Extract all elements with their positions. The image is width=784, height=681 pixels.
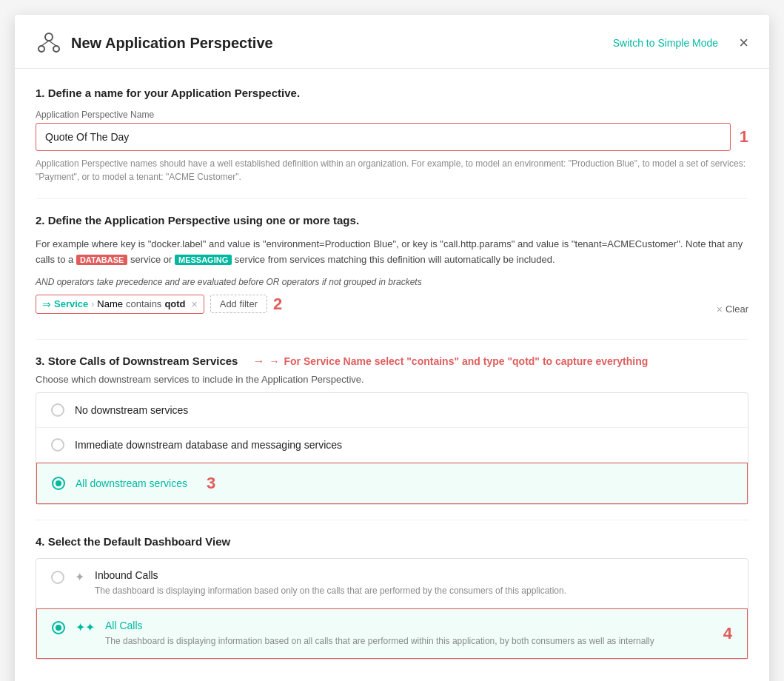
- filter-service-tag: Service: [54, 298, 88, 309]
- clear-button[interactable]: Clear: [726, 303, 748, 315]
- section-1: 1. Define a name for your Application Pe…: [36, 87, 748, 184]
- annotation-badge-2: 2: [273, 295, 282, 314]
- operator-hint: AND operators take precedence and are ev…: [36, 277, 748, 287]
- radio-inbound-calls-circle: [51, 571, 64, 584]
- radio-all-downstream-label: All downstream services: [76, 477, 187, 489]
- radio-all-downstream-circle: [52, 477, 65, 490]
- inbound-calls-content: Inbound Calls The dashboard is displayin…: [95, 569, 566, 597]
- section-2: 2. Define the Application Perspective us…: [36, 214, 748, 324]
- radio-immediate-downstream-circle: [51, 438, 64, 452]
- dashboard-options-box: ✦ Inbound Calls The dashboard is display…: [36, 558, 748, 660]
- clear-x-icon: ×: [717, 303, 723, 315]
- svg-point-1: [38, 46, 44, 52]
- annotation-badge-4: 4: [723, 624, 732, 643]
- section-2-description: For example where key is "docker.label" …: [36, 237, 748, 268]
- section-3-annotation-text: For Service Name select "contains" and t…: [284, 355, 648, 367]
- section-3-title: 3. Store Calls of Downstream Services: [36, 355, 238, 367]
- new-application-perspective-modal: New Application Perspective Switch to Si…: [15, 15, 769, 681]
- section-3: 3. Store Calls of Downstream Services → …: [36, 355, 748, 505]
- all-calls-title: All Calls: [105, 620, 704, 631]
- section-4-title: 4. Select the Default Dashboard View: [36, 535, 748, 548]
- radio-no-downstream[interactable]: No downstream services: [36, 393, 748, 428]
- svg-point-2: [53, 46, 59, 52]
- app-perspective-name-input[interactable]: [36, 123, 731, 151]
- close-button[interactable]: ×: [739, 35, 748, 51]
- section-3-description: Choose which downstream services to incl…: [36, 374, 748, 385]
- radio-inbound-calls[interactable]: ✦ Inbound Calls The dashboard is display…: [36, 559, 748, 608]
- filter-name-label: Name: [97, 298, 123, 309]
- filter-sep1: ›: [91, 299, 94, 309]
- filter-value: qotd: [164, 298, 185, 309]
- filter-op: contains: [126, 298, 161, 309]
- radio-no-downstream-circle: [51, 403, 64, 417]
- modal-body: 1. Define a name for your Application Pe…: [15, 69, 769, 677]
- modal-title-row: New Application Perspective: [36, 30, 273, 56]
- filter-row: ⇒ Service › Name contains qotd × Add fil…: [36, 295, 282, 314]
- downstream-options-box: No downstream services Immediate downstr…: [36, 392, 748, 505]
- inbound-calls-desc: The dashboard is displaying information …: [95, 584, 566, 597]
- svg-point-0: [45, 33, 53, 41]
- filter-chip[interactable]: ⇒ Service › Name contains qotd ×: [36, 295, 204, 314]
- svg-line-4: [49, 41, 56, 46]
- radio-immediate-downstream[interactable]: Immediate downstream database and messag…: [36, 428, 748, 463]
- section-2-title: 2. Define the Application Perspective us…: [36, 214, 748, 227]
- app-perspective-icon: [36, 30, 62, 56]
- annotation-arrow-icon: →: [269, 355, 279, 367]
- inbound-calls-title: Inbound Calls: [95, 569, 566, 581]
- filter-arrows-icon: ⇒: [42, 298, 51, 310]
- app-perspective-name-label: Application Perspective Name: [36, 110, 748, 120]
- filter-row-wrapper: ⇒ Service › Name contains qotd × Add fil…: [36, 295, 748, 324]
- section-4: 4. Select the Default Dashboard View ✦ I…: [36, 535, 748, 660]
- msg-badge: MESSAGING: [175, 255, 232, 265]
- filter-chip-close-icon[interactable]: ×: [192, 298, 198, 310]
- radio-all-downstream[interactable]: All downstream services 3: [36, 463, 748, 504]
- all-calls-icon: ✦✦: [76, 620, 95, 634]
- db-badge: DATABASE: [76, 255, 127, 265]
- radio-no-downstream-label: No downstream services: [75, 404, 188, 416]
- annotation-badge-3: 3: [207, 474, 215, 493]
- inbound-calls-icon: ✦: [75, 570, 84, 584]
- modal-header: New Application Perspective Switch to Si…: [15, 15, 769, 69]
- section-3-header: 3. Store Calls of Downstream Services → …: [36, 355, 748, 368]
- section-1-title: 1. Define a name for your Application Pe…: [36, 87, 748, 99]
- radio-all-calls[interactable]: ✦✦ All Calls The dashboard is displaying…: [36, 608, 748, 659]
- radio-all-calls-circle: [52, 621, 65, 634]
- annotation-badge-1: 1: [740, 127, 748, 147]
- switch-simple-mode-link[interactable]: Switch to Simple Mode: [613, 37, 718, 49]
- header-right: Switch to Simple Mode ×: [613, 35, 748, 51]
- section-1-hint: Application Perspective names should hav…: [36, 157, 748, 184]
- section-3-annotation: → For Service Name select "contains" and…: [252, 355, 648, 368]
- all-calls-content: All Calls The dashboard is displaying in…: [105, 620, 704, 648]
- radio-immediate-downstream-label: Immediate downstream database and messag…: [75, 439, 342, 451]
- add-filter-button[interactable]: Add filter: [210, 295, 267, 313]
- desc-part2: service or: [130, 254, 175, 265]
- modal-title: New Application Perspective: [71, 35, 273, 52]
- desc-part3: service from services matching this defi…: [235, 254, 555, 265]
- all-calls-desc: The dashboard is displaying information …: [105, 634, 704, 648]
- svg-line-3: [41, 41, 49, 46]
